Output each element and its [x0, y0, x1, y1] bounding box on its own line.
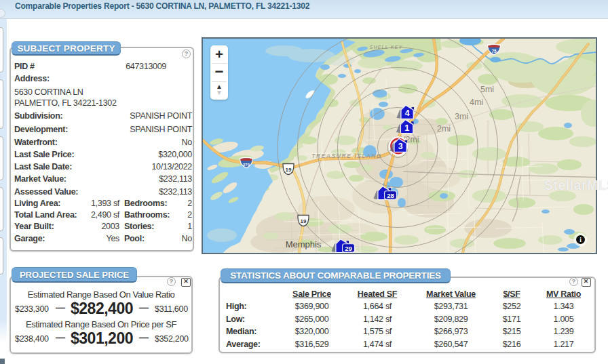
svg-text:5mi: 5mi [480, 85, 494, 94]
svg-text:19: 19 [286, 167, 292, 173]
svg-text:3mi: 3mi [455, 112, 468, 121]
svg-text:275: 275 [243, 163, 250, 167]
svg-text:3: 3 [398, 142, 403, 151]
svg-text:Memphis: Memphis [286, 239, 322, 249]
svg-text:28: 28 [387, 192, 394, 199]
svg-text:2mi: 2mi [437, 124, 451, 134]
svg-text:4: 4 [405, 108, 410, 118]
svg-text:i: i [580, 237, 582, 243]
svg-text:TREASURE ISLAND: TREASURE ISLAND [311, 153, 381, 159]
svg-text:SHELL KEY: SHELL KEY [370, 45, 403, 49]
svg-text:1: 1 [404, 123, 409, 133]
svg-text:4mi: 4mi [470, 98, 483, 107]
svg-text:19: 19 [301, 218, 307, 224]
svg-text:29: 29 [345, 245, 352, 252]
svg-text:75: 75 [491, 49, 497, 54]
